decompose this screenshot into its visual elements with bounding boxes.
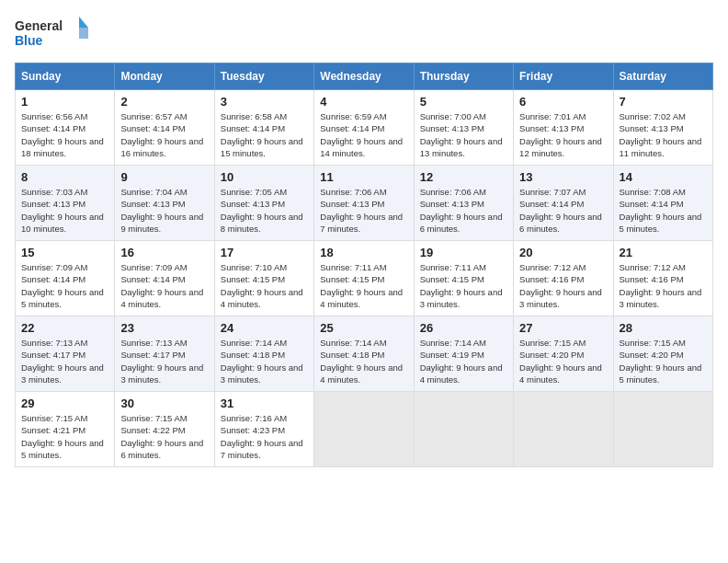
calendar-cell: 3 Sunrise: 6:58 AM Sunset: 4:14 PM Dayli…: [214, 90, 313, 166]
calendar-cell: 26 Sunrise: 7:14 AM Sunset: 4:19 PM Dayl…: [414, 316, 513, 392]
calendar-cell: 2 Sunrise: 6:57 AM Sunset: 4:14 PM Dayli…: [115, 90, 214, 166]
day-number: 5: [420, 95, 507, 109]
day-info: Sunrise: 7:08 AM Sunset: 4:14 PM Dayligh…: [620, 186, 707, 235]
calendar-week-4: 22 Sunrise: 7:13 AM Sunset: 4:17 PM Dayl…: [16, 316, 713, 392]
day-info: Sunrise: 7:06 AM Sunset: 4:13 PM Dayligh…: [420, 186, 507, 235]
day-info: Sunrise: 7:07 AM Sunset: 4:14 PM Dayligh…: [519, 186, 607, 235]
calendar-cell: [414, 392, 513, 467]
day-info: Sunrise: 7:10 AM Sunset: 4:15 PM Dayligh…: [221, 261, 308, 310]
calendar-cell: 12 Sunrise: 7:06 AM Sunset: 4:13 PM Dayl…: [414, 166, 513, 241]
svg-marker-2: [79, 17, 88, 28]
calendar-cell: 8 Sunrise: 7:03 AM Sunset: 4:13 PM Dayli…: [16, 166, 115, 241]
calendar-header-row: SundayMondayTuesdayWednesdayThursdayFrid…: [16, 63, 713, 90]
calendar-cell: 15 Sunrise: 7:09 AM Sunset: 4:14 PM Dayl…: [16, 241, 115, 316]
calendar-cell: 25 Sunrise: 7:14 AM Sunset: 4:18 PM Dayl…: [314, 316, 414, 392]
day-number: 22: [21, 321, 108, 335]
calendar-cell: [314, 392, 414, 467]
header-saturday: Saturday: [613, 63, 712, 90]
logo-svg: General Blue: [15, 15, 88, 53]
day-number: 27: [519, 321, 607, 335]
day-info: Sunrise: 6:59 AM Sunset: 4:14 PM Dayligh…: [320, 110, 407, 159]
calendar-cell: [613, 392, 712, 467]
calendar-week-1: 1 Sunrise: 6:56 AM Sunset: 4:14 PM Dayli…: [16, 90, 713, 166]
day-info: Sunrise: 7:13 AM Sunset: 4:17 PM Dayligh…: [21, 337, 108, 385]
header-thursday: Thursday: [414, 63, 513, 90]
calendar-cell: 22 Sunrise: 7:13 AM Sunset: 4:17 PM Dayl…: [16, 316, 115, 392]
logo: General Blue: [15, 15, 88, 53]
day-info: Sunrise: 6:57 AM Sunset: 4:14 PM Dayligh…: [120, 110, 208, 159]
day-number: 8: [21, 170, 108, 184]
day-number: 1: [21, 95, 108, 109]
day-info: Sunrise: 7:05 AM Sunset: 4:13 PM Dayligh…: [221, 186, 308, 235]
calendar-cell: 19 Sunrise: 7:11 AM Sunset: 4:15 PM Dayl…: [414, 241, 513, 316]
calendar-cell: 7 Sunrise: 7:02 AM Sunset: 4:13 PM Dayli…: [613, 90, 712, 166]
day-info: Sunrise: 7:06 AM Sunset: 4:13 PM Dayligh…: [320, 186, 407, 235]
day-info: Sunrise: 7:14 AM Sunset: 4:19 PM Dayligh…: [420, 337, 507, 385]
svg-text:General: General: [15, 18, 63, 33]
day-number: 29: [21, 396, 108, 410]
day-number: 13: [519, 170, 607, 184]
calendar-cell: 23 Sunrise: 7:13 AM Sunset: 4:17 PM Dayl…: [115, 316, 214, 392]
day-number: 26: [420, 321, 507, 335]
calendar-cell: 16 Sunrise: 7:09 AM Sunset: 4:14 PM Dayl…: [115, 241, 214, 316]
day-number: 4: [320, 95, 407, 109]
day-number: 7: [620, 95, 707, 109]
calendar-cell: 10 Sunrise: 7:05 AM Sunset: 4:13 PM Dayl…: [214, 166, 313, 241]
calendar-cell: 27 Sunrise: 7:15 AM Sunset: 4:20 PM Dayl…: [514, 316, 613, 392]
day-info: Sunrise: 7:11 AM Sunset: 4:15 PM Dayligh…: [420, 261, 507, 310]
day-info: Sunrise: 7:15 AM Sunset: 4:21 PM Dayligh…: [21, 412, 108, 461]
day-info: Sunrise: 7:13 AM Sunset: 4:17 PM Dayligh…: [120, 337, 208, 385]
day-number: 14: [620, 170, 707, 184]
calendar-cell: 20 Sunrise: 7:12 AM Sunset: 4:16 PM Dayl…: [514, 241, 613, 316]
svg-marker-3: [79, 28, 88, 39]
calendar-cell: 17 Sunrise: 7:10 AM Sunset: 4:15 PM Dayl…: [214, 241, 313, 316]
day-number: 31: [221, 396, 308, 410]
day-info: Sunrise: 7:15 AM Sunset: 4:22 PM Dayligh…: [120, 412, 208, 461]
day-number: 17: [221, 246, 308, 259]
day-number: 30: [120, 396, 208, 410]
calendar-cell: 1 Sunrise: 6:56 AM Sunset: 4:14 PM Dayli…: [16, 90, 115, 166]
calendar-table: SundayMondayTuesdayWednesdayThursdayFrid…: [15, 63, 713, 467]
calendar-cell: 21 Sunrise: 7:12 AM Sunset: 4:16 PM Dayl…: [613, 241, 712, 316]
day-number: 10: [221, 170, 308, 184]
calendar-cell: 14 Sunrise: 7:08 AM Sunset: 4:14 PM Dayl…: [613, 166, 712, 241]
calendar-cell: 6 Sunrise: 7:01 AM Sunset: 4:13 PM Dayli…: [514, 90, 613, 166]
day-number: 20: [519, 246, 607, 259]
header: General Blue: [15, 15, 713, 53]
calendar-cell: 4 Sunrise: 6:59 AM Sunset: 4:14 PM Dayli…: [314, 90, 414, 166]
day-info: Sunrise: 7:16 AM Sunset: 4:23 PM Dayligh…: [221, 412, 308, 461]
day-number: 21: [620, 246, 707, 259]
day-info: Sunrise: 7:09 AM Sunset: 4:14 PM Dayligh…: [120, 261, 208, 310]
calendar-cell: 5 Sunrise: 7:00 AM Sunset: 4:13 PM Dayli…: [414, 90, 513, 166]
day-number: 23: [120, 321, 208, 335]
day-info: Sunrise: 7:15 AM Sunset: 4:20 PM Dayligh…: [519, 337, 607, 385]
day-info: Sunrise: 7:14 AM Sunset: 4:18 PM Dayligh…: [320, 337, 407, 385]
svg-text:Blue: Blue: [15, 33, 43, 48]
day-info: Sunrise: 7:01 AM Sunset: 4:13 PM Dayligh…: [519, 110, 607, 159]
header-tuesday: Tuesday: [214, 63, 313, 90]
day-number: 11: [320, 170, 407, 184]
day-number: 28: [620, 321, 707, 335]
day-info: Sunrise: 6:56 AM Sunset: 4:14 PM Dayligh…: [21, 110, 108, 159]
day-number: 24: [221, 321, 308, 335]
calendar-cell: 18 Sunrise: 7:11 AM Sunset: 4:15 PM Dayl…: [314, 241, 414, 316]
day-info: Sunrise: 7:12 AM Sunset: 4:16 PM Dayligh…: [519, 261, 607, 310]
day-number: 16: [120, 246, 208, 259]
calendar-cell: 31 Sunrise: 7:16 AM Sunset: 4:23 PM Dayl…: [214, 392, 313, 467]
calendar-cell: 28 Sunrise: 7:15 AM Sunset: 4:20 PM Dayl…: [613, 316, 712, 392]
day-info: Sunrise: 7:04 AM Sunset: 4:13 PM Dayligh…: [120, 186, 208, 235]
day-number: 3: [221, 95, 308, 109]
day-number: 2: [120, 95, 208, 109]
day-number: 15: [21, 246, 108, 259]
calendar-cell: 11 Sunrise: 7:06 AM Sunset: 4:13 PM Dayl…: [314, 166, 414, 241]
calendar-cell: 13 Sunrise: 7:07 AM Sunset: 4:14 PM Dayl…: [514, 166, 613, 241]
calendar-cell: [514, 392, 613, 467]
day-info: Sunrise: 7:03 AM Sunset: 4:13 PM Dayligh…: [21, 186, 108, 235]
day-number: 6: [519, 95, 607, 109]
header-friday: Friday: [514, 63, 613, 90]
header-sunday: Sunday: [16, 63, 115, 90]
day-number: 18: [320, 246, 407, 259]
day-number: 25: [320, 321, 407, 335]
day-info: Sunrise: 6:58 AM Sunset: 4:14 PM Dayligh…: [221, 110, 308, 159]
calendar-cell: 30 Sunrise: 7:15 AM Sunset: 4:22 PM Dayl…: [115, 392, 214, 467]
